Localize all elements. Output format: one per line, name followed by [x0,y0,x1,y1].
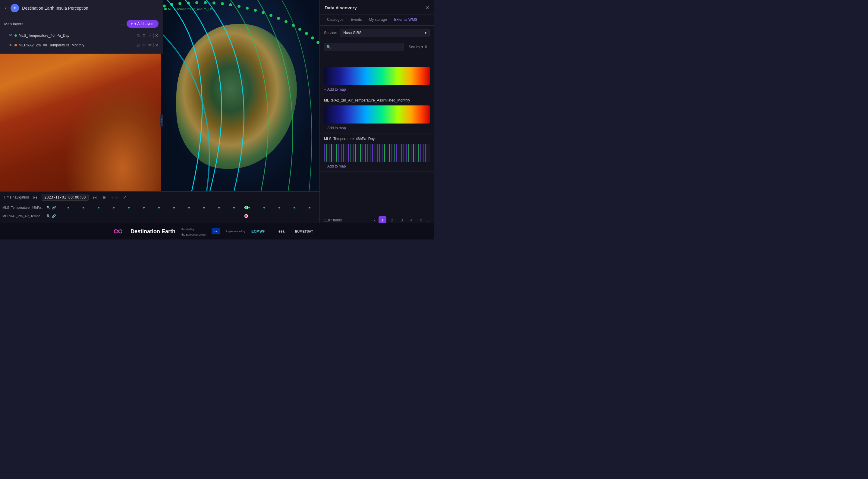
svg-point-18 [305,32,308,35]
svg-point-22 [83,207,84,209]
time-fullscreen-btn[interactable]: ⤢ [122,194,128,200]
result-thumb-1 [324,67,430,85]
svg-point-7 [221,2,224,5]
result-card-3: MLS_Temperature_46hPa_Day + Add to map [320,133,434,172]
time-fit-btn[interactable]: ⟺ [110,194,119,200]
dd-tabs: Catalogue Events My storage External WMS [320,14,434,26]
dd-service-select[interactable]: Nasa GIBS ▾ [340,29,430,37]
add-to-map-btn-1[interactable]: + Add to map [324,87,346,92]
svg-point-19 [311,36,314,39]
tab-events[interactable]: Events [347,14,366,25]
plus-icon: + [131,22,133,26]
track-icons-1: 🔍 🔗 [46,206,56,210]
add-to-map-btn-3[interactable]: + Add to map [324,164,346,168]
eu-flag: ★★ [212,228,220,234]
svg-text:EUMETSAT: EUMETSAT [295,229,313,233]
tab-my-storage[interactable]: My storage [365,14,390,25]
add-layers-button[interactable]: + + Add layers [127,20,158,28]
svg-point-25 [128,207,130,209]
dd-search-wrap: 🔍 [324,43,404,51]
sat-dot [164,8,167,10]
sort-by-button[interactable]: Sort by ▾ ⇅ [406,44,430,50]
result-thumb-3 [324,144,430,162]
result-thumb-2 [324,105,430,124]
tab-catalogue[interactable]: Catalogue [323,14,347,25]
time-nav-label: Time navigation [4,195,29,199]
layer-panel: Map layers ⋯ + + Add layers ⠿ 👁 MLS_Temp… [0,16,163,54]
svg-point-31 [218,207,220,209]
sat-label-text: MLS_Temperature_46hPa_Day [168,7,214,11]
time-track-1: MLS_Temperature_46hPa_Day 🔍 🔗 [0,203,322,212]
app-title: Destination Earth Insula Perception [22,6,88,10]
add-to-map-btn-2[interactable]: + Add to map [324,126,346,130]
track-label-1: MLS_Temperature_46hPa_Day [2,206,44,210]
layer-settings-btn-1[interactable]: ⚙ [142,33,147,38]
layer-location-btn-2[interactable]: ◎ [136,42,141,48]
funded-by-block: Funded by the European Union [181,226,206,237]
dd-service-label: Service: [324,31,337,35]
layer-name-2: MERRA2_2m_Air_Temperature_Monthly [19,43,134,47]
map-right [161,0,322,193]
svg-point-14 [277,17,280,20]
svg-point-29 [188,207,190,209]
brand-name: Destination Earth [130,228,176,235]
layer-menu-dots[interactable]: ⋯ [119,21,124,27]
page-dots: ... [427,218,430,222]
track-search-1[interactable]: 🔍 [46,206,51,210]
layer-settings-btn-2[interactable]: ⚙ [142,42,147,48]
track-link-1[interactable]: 🔗 [52,206,56,210]
svg-point-20 [316,41,319,44]
layer-panel-header: Map layers ⋯ + + Add layers [4,20,158,28]
track-label-2: MERRA2_2m_Air_Temperatur... [2,214,44,218]
svg-point-2 [179,2,181,5]
back-button[interactable]: ‹ [4,4,7,12]
result-card-2: MERRA2_2m_Air_Temperature_Assimilated_Mo… [320,95,434,133]
eye-icon-2[interactable]: 👁 [9,43,13,47]
add-layers-label: + Add layers [134,22,154,26]
track-icons-2: 🔍 🔗 [46,214,56,218]
svg-point-11 [254,9,257,12]
ecmwf-logo: ECMWF [251,228,273,234]
drag-handle-2[interactable]: ⠿ [4,43,7,47]
bottom-bar: Destination Earth Funded by the European… [0,223,434,240]
dd-header: Data discovery ✕ [320,0,434,14]
collapse-handle[interactable]: • • [160,115,163,127]
time-jump-btn[interactable]: ⊕ [101,194,107,200]
svg-point-36 [293,207,296,209]
layer-location-btn-1[interactable]: ◎ [136,33,141,38]
dd-search-row: 🔍 Sort by ▾ ⇅ [320,40,434,54]
svg-point-30 [203,207,205,209]
svg-point-4 [195,1,198,4]
layer-close-btn-1[interactable]: ✕ [155,33,158,38]
svg-point-39 [245,215,248,218]
layer-item-1: ⠿ 👁 MLS_Temperature_46hPa_Day ◎ ⚙ ⇄ ✕ [4,31,158,40]
drag-handle-1[interactable]: ⠿ [4,33,7,38]
svg-point-32 [233,207,235,209]
svg-point-34 [264,207,265,209]
svg-point-37 [309,207,310,209]
time-rewind-btn[interactable]: ⏮ [32,194,38,200]
track-link-2[interactable]: 🔗 [52,214,56,218]
track-search-2[interactable]: 🔍 [46,214,51,218]
layer-close-btn-2[interactable]: ✕ [155,43,158,47]
svg-point-9 [238,5,241,8]
layer-sync-btn-1[interactable]: ⇄ [148,33,152,38]
layer-sep-1 [153,33,154,38]
tab-external-wms[interactable]: External WMS [391,14,421,25]
eumetsat-logo: EUMETSAT [295,228,322,234]
sort-chevron-icon: ▾ [421,45,423,49]
layer-actions-1: ◎ ⚙ ⇄ ✕ [136,33,158,38]
eye-icon-1[interactable]: 👁 [9,33,13,38]
add-icon-2: + [324,126,326,130]
svg-point-21 [67,207,69,209]
svg-point-33 [248,207,250,209]
svg-point-5 [204,1,207,4]
result-card-1: - + Add to map [320,56,434,95]
dd-close-button[interactable]: ✕ [425,5,429,10]
add-icon-3: + [324,164,326,168]
layer-sync-btn-2[interactable]: ⇄ [148,42,152,48]
search-input[interactable] [324,43,404,51]
dd-title: Data discovery [324,5,357,10]
svg-point-24 [113,207,115,209]
time-forward-btn[interactable]: ⏭ [92,194,98,200]
